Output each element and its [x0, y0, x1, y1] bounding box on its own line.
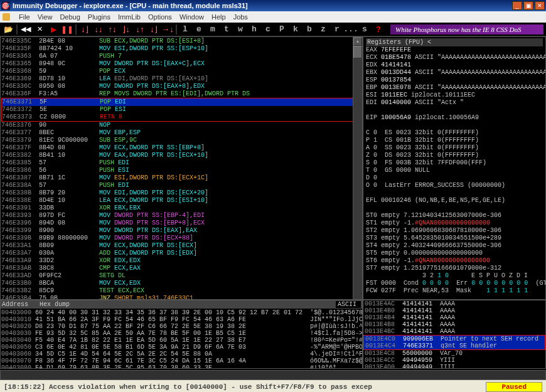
rewind-icon[interactable]: ◀◀	[20, 24, 31, 35]
stack-line[interactable]: 0013E4B8 41414141 AAAA	[363, 321, 545, 328]
disasm-line[interactable]: 746E3365 8948 0C MOV DWORD PTR DS:[EAX+C…	[1, 60, 361, 68]
register-line[interactable]: EBX 0013DD44 ASCII "AAAAAAAAAAAAAAAAAAAA…	[366, 69, 543, 77]
disasm-line[interactable]: 746E3393 897D FC MOV DWORD PTR SS:[EBP-4…	[1, 212, 361, 220]
minimize-button[interactable]: _	[512, 1, 522, 10]
step-out-icon[interactable]: ↑↓	[107, 24, 118, 35]
disasm-line[interactable]: 746E3385 57 PUSH EDI	[1, 159, 361, 167]
scroll-up-icon[interactable]: ▴	[353, 37, 362, 46]
cpu-disasm-pane[interactable]: 746E335C 2B4E 08 SUB ECX,DWORD PTR DS:[E…	[0, 36, 363, 300]
disasm-line[interactable]: 746E33A7 030A ADD ECX,DWORD PTR DS:[EDX]	[1, 250, 361, 257]
disasm-line[interactable]: 746E336C 8950 08 MOV DWORD PTR DS:[EAX+8…	[1, 83, 361, 90]
stack-line[interactable]: 0013E4C0 909006EB Pointer to next SEH re…	[364, 336, 545, 342]
disasm-line[interactable]: 746E3386 56 PUSH ESI	[1, 167, 361, 174]
disasm-line[interactable]: 746E3377 8BEC MOV EBP,ESP	[1, 129, 361, 137]
tb-dots[interactable]: ...	[345, 24, 356, 35]
pause-icon[interactable]: ❚❚	[62, 24, 73, 35]
tb-w[interactable]: w	[235, 24, 246, 35]
menu-debug[interactable]: Debug	[60, 13, 80, 21]
disasm-line[interactable]: 746E3373 C2 0800 RETN 8	[2, 114, 361, 121]
register-line[interactable]: EDX 41414141	[366, 61, 543, 69]
register-line[interactable]: ECX 01BE5478 ASCII "AAAAAAAAAAAAAAAAAAAA…	[366, 54, 543, 61]
tb-P[interactable]: P	[276, 24, 287, 35]
eip-line[interactable]: EIP 100056A9 ip2locat.100056A9	[366, 114, 543, 122]
disasm-line[interactable]: 746E33B4 75 0B JNZ SHORT msls31.746E33C1	[1, 295, 361, 299]
disasm-line[interactable]: 746E339B 89B9 88000000 MOV DWORD PTR DS:…	[1, 235, 361, 242]
stack-line[interactable]: 0013E4CC 49494959 YIII	[363, 357, 545, 364]
register-line[interactable]: EDI 00140000 ASCII "Actx "	[366, 99, 543, 107]
menu-jobs[interactable]: Jobs	[233, 13, 248, 21]
maximize-button[interactable]: ▣	[523, 1, 533, 10]
register-line[interactable]: ESI 1011EEC ip2locat.10111EEC	[366, 92, 543, 99]
stack-line[interactable]: 0013E4B0 41414141 AAAA	[363, 307, 545, 314]
disasm-line[interactable]: 746E33AB 38C8 CMP ECX,EAX	[1, 265, 361, 272]
disasm-line[interactable]: 746E33A9 33D2 XOR EDX,EDX	[1, 257, 361, 265]
disasm-line[interactable]: 746E335F 8B7424 10 MOV ESI,DWORD PTR SS:…	[1, 45, 361, 53]
command-bar[interactable]	[0, 370, 546, 380]
stack-line[interactable]: 0013E4BC 41414141 AAAA	[363, 328, 545, 335]
tb-k[interactable]: k	[290, 24, 301, 35]
disasm-line[interactable]: 746E338B 8B79 20 MOV EDI,DWORD PTR DS:[E…	[1, 189, 361, 197]
disasm-line[interactable]: 746E3391 33DB XOR EBX,EBX	[1, 204, 361, 212]
tb-m[interactable]: m	[207, 24, 218, 35]
ret-icon[interactable]: →↓	[162, 24, 173, 35]
menu-immlib[interactable]: ImmLib	[118, 13, 141, 21]
hex-line[interactable]: 00403010 41 51 BA 66 2A 3F F9 FC 54 46 6…	[1, 316, 361, 323]
register-line[interactable]: EAX 7EFEFEFE	[366, 46, 543, 54]
stack-line[interactable]: 0013E4B4 41414141 AAAA	[363, 314, 545, 321]
hex-dump-pane[interactable]: Address Hex dump ASCII 00403000 60 24 40…	[0, 300, 363, 369]
tb-h[interactable]: h	[249, 24, 260, 35]
disasm-line[interactable]: 746E336F F3:A5 REP MOVS DWORD PTR ES:[ED…	[1, 90, 361, 98]
disasm-line[interactable]: 746E338E 8D4E 10 LEA ECX,DWORD PTR DS:[E…	[1, 197, 361, 204]
hex-line[interactable]: 00403050 C3 6E 0E 42 81 0E 5E 58 B1 6D 5…	[1, 344, 361, 351]
hex-line[interactable]: 00403060 34 5D C5 1E 4D 54 64 5E 2C 5A 2…	[1, 351, 361, 358]
menu-window[interactable]: Window	[179, 13, 204, 21]
tb-s[interactable]: s	[359, 24, 370, 35]
tb-l[interactable]: l	[179, 24, 191, 35]
scroll-thumb[interactable]	[353, 46, 362, 58]
tb-r[interactable]: r	[331, 24, 343, 35]
tb-question[interactable]: ?	[373, 24, 384, 35]
disasm-line[interactable]: 746E33B0 8BCA MOV ECX,EDX	[1, 280, 361, 287]
register-line[interactable]: ESP 00137854	[366, 77, 543, 84]
hex-line[interactable]: 00403000 60 24 40 00 30 31 32 33 34 35 3…	[1, 309, 361, 316]
disasm-line[interactable]: 746E3379 81EC 9C000000 SUB ESP,9C	[1, 137, 361, 144]
disasm-line[interactable]: 746E3399 8900 MOV DWORD PTR DS:[EAX],EAX	[1, 227, 361, 235]
disasm-line[interactable]: 746E3369 8D78 10 LEA EDI,DWORD PTR DS:[E…	[1, 75, 361, 83]
disasm-line[interactable]: 746E3396 894D 08 MOV DWORD PTR SS:[EBP+8…	[1, 220, 361, 227]
stack-line[interactable]: 0013E4D0 49494949 IIII	[363, 364, 545, 369]
disasm-line[interactable]: 746E3371 5F POP EDI	[2, 98, 361, 106]
stack-pane[interactable]: 0013E4AC 41414141 AAAA0013E4B0 41414141 …	[363, 300, 546, 369]
disasm-line[interactable]: 746E335C 2B4E 08 SUB ECX,DWORD PTR DS:[E…	[1, 38, 361, 45]
open-icon[interactable]: 📂	[3, 24, 14, 35]
disasm-line[interactable]: 746E33A1 8B09 MOV ECX,DWORD PTR DS:[ECX]	[1, 242, 361, 250]
cpu-scrollbar[interactable]: ▴	[353, 37, 362, 299]
disasm-line[interactable]: 746E3387 8B71 1C MOV ESI,DWORD PTR DS:[E…	[1, 174, 361, 182]
menu-options[interactable]: Options	[148, 13, 172, 21]
stack-line[interactable]: 0013E4C8 56000000 VAr_70	[363, 350, 545, 357]
tb-z[interactable]: z	[318, 24, 329, 35]
disasm-line[interactable]: 746E33AD 0F9FC2 SETG DL	[1, 272, 361, 280]
registers-pane[interactable]: Registers (FPU) < EAX 7EFEFEFEECX 01BE54…	[363, 36, 546, 300]
tb-t[interactable]: t	[221, 24, 232, 35]
menu-plugins[interactable]: Plugins	[88, 13, 110, 21]
stack-line[interactable]: 0013E4AC 41414141 AAAA	[363, 300, 545, 307]
disasm-line[interactable]: 746E33B2 85C9 TEST ECX,ECX	[1, 287, 361, 295]
disasm-line[interactable]: 746E337F 8B4D 08 MOV ECX,DWORD PTR SS:[E…	[1, 144, 361, 152]
stack-line[interactable]: 0013E4C4 746E3371 q3nt SE handler	[364, 342, 545, 349]
disasm-line[interactable]: 746E3368 59 POP ECX	[1, 68, 361, 75]
disasm-line[interactable]: 746E338A 57 PUSH EDI	[1, 182, 361, 189]
hex-line[interactable]: 00403070 F8 36 4F 7F 72 7E 94 6C 61 7E 3…	[1, 358, 361, 364]
hex-line[interactable]: 00403030 FE 93 5D 32 5C 85 AA 2E 50 AA 7…	[1, 330, 361, 337]
disasm-line[interactable]: 746E3376 90 NOP	[1, 122, 361, 129]
run-icon[interactable]: ▶	[48, 24, 59, 35]
step-into-icon[interactable]: ↓⌋	[79, 24, 90, 35]
hex-line[interactable]: 00403080 FA D1 69 79 63 8B 3F 2E 5C 95 6…	[1, 364, 361, 368]
disasm-line[interactable]: 746E3382 8B41 10 MOV EAX,DWORD PTR DS:[E…	[1, 152, 361, 159]
trace2-icon[interactable]: ↓↑	[134, 24, 146, 35]
close-button[interactable]: ✕	[535, 1, 545, 10]
register-line[interactable]: EBP 0013E078 ASCII "AAAAAAAAAAAAAAAAAAAA…	[366, 84, 543, 92]
menu-help[interactable]: Help	[211, 13, 226, 21]
trace-icon[interactable]: ⌋↓	[120, 24, 132, 35]
tb-e[interactable]: e	[193, 24, 205, 35]
hex-line[interactable]: 00403020 D8 23 70 D1 87 75 AA 22 BF 2F C…	[1, 323, 361, 330]
